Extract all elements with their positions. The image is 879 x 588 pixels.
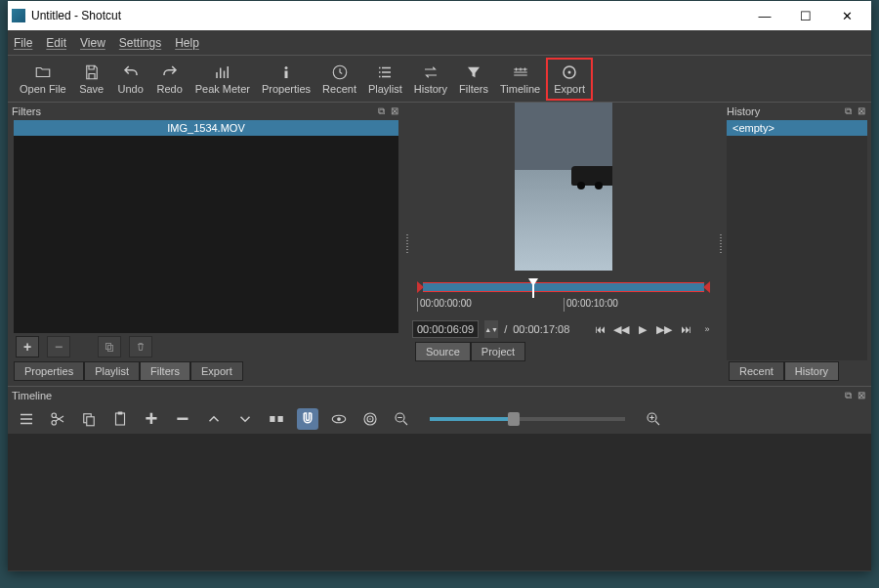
tool-label: Open File	[20, 83, 66, 95]
panel-detach-icon[interactable]: ⧉	[842, 105, 854, 117]
remove-button[interactable]: −	[172, 408, 193, 430]
panel-close-icon[interactable]: ⊠	[856, 390, 867, 401]
playhead-icon[interactable]	[528, 278, 538, 286]
out-point-icon[interactable]	[703, 281, 710, 293]
right-tabs: Recent History	[723, 360, 871, 386]
undo-icon	[122, 63, 140, 81]
filters-button[interactable]: Filters	[453, 58, 494, 101]
tab-recent[interactable]: Recent	[729, 361, 784, 381]
ruler-end: 00:00:10:00	[564, 298, 710, 312]
video-preview[interactable]	[515, 103, 612, 271]
export-button[interactable]: Export	[546, 58, 593, 101]
more-button[interactable]: »	[699, 321, 715, 337]
playlist-button[interactable]: Playlist	[362, 58, 408, 101]
save-button[interactable]: Save	[72, 58, 111, 101]
menu-button[interactable]	[16, 408, 37, 430]
eye-icon	[330, 410, 348, 428]
tab-project[interactable]: Project	[471, 342, 525, 361]
filter-file-row[interactable]: IMG_1534.MOV	[14, 120, 398, 136]
timeline-button[interactable]: Timeline	[494, 58, 546, 101]
split-button[interactable]	[266, 408, 287, 430]
preview-frame	[515, 103, 612, 271]
close-button[interactable]: ✕	[826, 2, 867, 29]
scrubber-bar[interactable]	[417, 278, 710, 296]
window-title: Untitled - Shotcut	[31, 9, 744, 22]
tool-label: Playlist	[368, 83, 402, 95]
zoom-out-icon	[393, 410, 410, 428]
menu-view[interactable]: View	[80, 36, 105, 50]
properties-button[interactable]: Properties	[256, 58, 316, 101]
tool-label: Undo	[118, 83, 144, 95]
zoom-in-icon	[645, 410, 662, 428]
ruler-start: 00:00:00:00	[417, 298, 564, 312]
history-list[interactable]: <empty>	[727, 120, 867, 360]
timeline-tracks[interactable]	[8, 434, 871, 570]
in-point-icon[interactable]	[417, 281, 424, 293]
meter-icon	[214, 63, 231, 81]
append-button[interactable]: +	[141, 408, 162, 430]
maximize-button[interactable]: ☐	[785, 2, 826, 29]
history-button[interactable]: History	[408, 58, 453, 101]
remove-filter-button[interactable]: −	[47, 336, 70, 357]
menu-help[interactable]: Help	[175, 36, 199, 50]
tab-source[interactable]: Source	[415, 342, 471, 361]
open-file-button[interactable]: Open File	[14, 58, 72, 101]
info-icon	[277, 63, 295, 81]
trash-icon	[135, 341, 146, 353]
peak-meter-button[interactable]: Peak Meter	[189, 58, 256, 101]
filters-title: Filters	[12, 105, 41, 117]
filters-bottom-bar: + −	[8, 333, 404, 360]
tool-label: Save	[79, 83, 104, 95]
total-timecode: 00:00:17:08	[513, 323, 569, 335]
fast-forward-button[interactable]: ▶▶	[656, 321, 672, 337]
rewind-button[interactable]: ◀◀	[613, 321, 629, 337]
menu-file[interactable]: File	[14, 36, 32, 50]
toolbar: Open File Save Undo Redo Peak Meter Prop…	[8, 56, 871, 103]
lift-button[interactable]	[203, 408, 225, 430]
overwrite-button[interactable]	[234, 408, 256, 430]
clock-icon	[331, 63, 349, 81]
history-item[interactable]: <empty>	[727, 120, 867, 136]
panel-detach-icon[interactable]: ⧉	[842, 390, 854, 401]
skip-start-button[interactable]: ⏮	[592, 321, 607, 337]
timeline-header: Timeline ⧉ ⊠	[8, 387, 871, 404]
cut-button[interactable]	[47, 408, 68, 430]
filters-list[interactable]: IMG_1534.MOV	[14, 120, 398, 333]
tab-filters[interactable]: Filters	[140, 361, 190, 381]
skip-end-button[interactable]: ⏭	[678, 321, 693, 337]
copy-button[interactable]	[78, 408, 100, 430]
redo-button[interactable]: Redo	[150, 58, 189, 101]
zoom-out-button[interactable]	[391, 408, 412, 430]
panel-close-icon[interactable]: ⊠	[389, 105, 400, 117]
scrub-button[interactable]	[328, 408, 350, 430]
tab-history[interactable]: History	[784, 361, 839, 381]
menu-settings[interactable]: Settings	[119, 36, 161, 50]
tab-playlist[interactable]: Playlist	[84, 361, 140, 381]
add-filter-button[interactable]: +	[16, 336, 39, 357]
play-button[interactable]: ▶	[635, 321, 650, 337]
menu-edit[interactable]: Edit	[46, 36, 66, 50]
recent-button[interactable]: Recent	[316, 58, 362, 101]
panel-detach-icon[interactable]: ⧉	[375, 105, 387, 117]
undo-button[interactable]: Undo	[111, 58, 150, 101]
tab-properties[interactable]: Properties	[14, 361, 84, 381]
tab-export[interactable]: Export	[190, 361, 243, 381]
hamburger-icon	[18, 410, 35, 428]
snap-button[interactable]	[297, 408, 318, 430]
current-timecode[interactable]: 00:00:06:09	[412, 320, 479, 338]
zoom-in-button[interactable]	[643, 408, 664, 430]
paste-filter-button[interactable]	[129, 336, 152, 357]
folder-icon	[34, 63, 52, 81]
minimize-button[interactable]: —	[744, 2, 785, 29]
funnel-icon	[465, 63, 482, 81]
redo-icon	[161, 63, 179, 81]
tool-label: Timeline	[500, 83, 540, 95]
copy-filter-button[interactable]	[98, 336, 121, 357]
panel-close-icon[interactable]: ⊠	[856, 105, 867, 117]
zoom-slider[interactable]	[430, 417, 625, 421]
app-window: Untitled - Shotcut — ☐ ✕ File Edit View …	[8, 1, 871, 571]
timecode-spinner[interactable]: ▲▼	[484, 320, 498, 338]
paste-button[interactable]	[109, 408, 131, 430]
timeline-icon	[512, 63, 529, 81]
ripple-button[interactable]	[359, 408, 381, 430]
